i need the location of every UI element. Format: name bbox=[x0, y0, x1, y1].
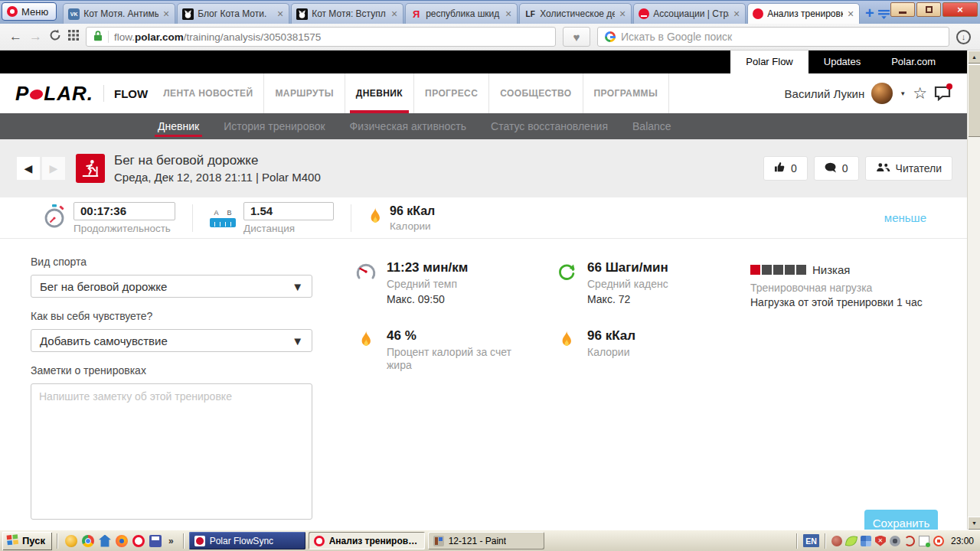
lock-icon bbox=[93, 30, 103, 44]
tab-close-icon[interactable]: × bbox=[276, 8, 284, 20]
save-button[interactable]: Сохранить bbox=[864, 510, 938, 530]
browser-tab[interactable]: Блог Кота Моти. × bbox=[177, 3, 289, 24]
taskbar-task-analysis[interactable]: Анализ тренировки - ... bbox=[309, 532, 425, 549]
load-description: Нагрузка от этой тренировки 1 час bbox=[750, 296, 942, 308]
feeling-select[interactable]: Добавить самочувствие ▼ bbox=[31, 329, 312, 352]
taskbar-task-paint[interactable]: 12-121 - Paint bbox=[428, 532, 544, 549]
opera-quicklaunch-icon[interactable] bbox=[132, 535, 145, 547]
speed-dial-icon[interactable] bbox=[68, 30, 79, 44]
tab-close-icon[interactable]: × bbox=[390, 8, 398, 20]
tab-close-icon[interactable]: × bbox=[619, 8, 626, 20]
download-icon[interactable]: ↓ bbox=[956, 30, 971, 44]
firefox-quicklaunch-icon[interactable] bbox=[116, 535, 128, 547]
browser-tab-active[interactable]: Анализ тренировк × bbox=[747, 3, 860, 24]
back-icon[interactable]: ← bbox=[9, 29, 22, 44]
notes-textarea[interactable] bbox=[31, 383, 312, 520]
tab-close-icon[interactable]: × bbox=[162, 8, 170, 20]
language-indicator[interactable]: EN bbox=[803, 534, 819, 547]
subnav-diary[interactable]: Дневник bbox=[145, 113, 211, 139]
browser-tab[interactable]: Ассоциации | Стра × bbox=[633, 3, 746, 24]
browser-tab[interactable]: Кот Мотя: Вступл × bbox=[291, 3, 403, 24]
screen: Меню VK Кот Мотя. Антимы × Блог Кота Мот… bbox=[0, 0, 980, 551]
previous-session-button[interactable]: ◀ bbox=[17, 157, 40, 180]
speedometer-icon bbox=[354, 260, 378, 305]
subnav-activity[interactable]: Физическая активность bbox=[338, 113, 479, 139]
metric-label: Средний темп bbox=[387, 278, 468, 292]
sport-select[interactable]: Бег на беговой дорожке ▼ bbox=[31, 275, 312, 298]
nav-item-progress[interactable]: ПРОГРЕСС bbox=[414, 73, 489, 113]
scroll-down-icon[interactable]: ▼ bbox=[968, 517, 980, 530]
duration-input[interactable] bbox=[74, 202, 175, 220]
opera-icon bbox=[314, 536, 325, 546]
tab-close-icon[interactable]: × bbox=[505, 8, 512, 20]
maximize-button[interactable] bbox=[916, 2, 941, 17]
google-search-field[interactable] bbox=[597, 27, 949, 47]
red-app-tray-icon[interactable] bbox=[831, 536, 842, 546]
like-count: 0 bbox=[791, 162, 797, 174]
browser-tab[interactable]: Я республика шкид × bbox=[405, 3, 518, 24]
bookmark-heart-button[interactable]: ♥ bbox=[563, 27, 590, 47]
topbar-link-updates[interactable]: Updates bbox=[808, 51, 876, 73]
scrollbar-thumb[interactable] bbox=[968, 64, 980, 137]
mail-check-tray-icon[interactable] bbox=[919, 536, 929, 546]
followers-button[interactable]: Читатели bbox=[865, 156, 952, 181]
sport-select-value: Бег на беговой дорожке bbox=[40, 280, 167, 293]
browser-menu-button[interactable]: Меню bbox=[2, 2, 57, 21]
nav-item-programs[interactable]: ПРОГРАММЫ bbox=[583, 73, 670, 113]
system-tray: EN ✕ 23:00 bbox=[791, 533, 978, 549]
forward-icon[interactable]: → bbox=[29, 29, 42, 44]
distance-input[interactable] bbox=[243, 202, 334, 220]
floppy-quicklaunch-icon[interactable] bbox=[149, 535, 162, 547]
quick-launch-overflow[interactable]: » bbox=[166, 536, 176, 546]
like-button[interactable]: 0 bbox=[763, 156, 808, 181]
browser-tab[interactable]: VK Кот Мотя. Антимы × bbox=[63, 3, 175, 24]
metric-calories-text: 96 кКал Калории bbox=[587, 328, 635, 373]
red-swirl-tray-icon[interactable] bbox=[904, 536, 915, 546]
home-app-quicklaunch-icon[interactable] bbox=[99, 535, 111, 547]
polar-logo[interactable]: PLAR. bbox=[15, 82, 93, 106]
nav-item-feed[interactable]: ЛЕНТА НОВОСТЕЙ bbox=[152, 73, 264, 113]
page-scrollbar[interactable]: ▲ ▼ bbox=[967, 51, 980, 530]
new-tab-button[interactable]: + bbox=[863, 4, 877, 24]
notification-dot bbox=[946, 83, 952, 90]
yellow-app-quicklaunch-icon[interactable] bbox=[65, 535, 77, 547]
taskbar-task-flowsync[interactable]: Polar FlowSync bbox=[189, 532, 305, 549]
less-link[interactable]: меньше bbox=[884, 211, 926, 224]
shield-alert-tray-icon[interactable]: ✕ bbox=[875, 536, 886, 546]
close-button[interactable]: × bbox=[942, 2, 978, 17]
leaf-tray-icon[interactable] bbox=[845, 534, 858, 546]
comment-button[interactable]: 0 bbox=[814, 156, 859, 181]
nav-item-routes[interactable]: МАРШРУТЫ bbox=[264, 73, 345, 113]
calories-value: 96 кКал bbox=[390, 204, 435, 218]
favorites-star-icon[interactable]: ☆ bbox=[913, 84, 927, 103]
menu-button-label: Меню bbox=[21, 6, 48, 18]
nav-item-diary[interactable]: ДНЕВНИК bbox=[345, 73, 414, 113]
next-session-button[interactable]: ▶ bbox=[42, 157, 65, 180]
url-text: flow.polar.com/training/analysis/3050381… bbox=[114, 31, 321, 43]
target-tray-icon[interactable] bbox=[933, 536, 944, 546]
flame-icon bbox=[554, 328, 579, 373]
minimize-button[interactable] bbox=[890, 2, 915, 17]
user-name[interactable]: Василий Лукин bbox=[785, 87, 865, 100]
avatar[interactable] bbox=[871, 83, 893, 104]
subnav-training-history[interactable]: История тренировок bbox=[211, 113, 337, 139]
tab-menu-icon[interactable] bbox=[878, 4, 890, 24]
topbar-link-polar-flow[interactable]: Polar Flow bbox=[730, 51, 808, 73]
topbar-link-polar-com[interactable]: Polar.com bbox=[876, 51, 951, 73]
reload-icon[interactable] bbox=[49, 29, 61, 44]
browser-tab[interactable]: LF Холистическое де × bbox=[519, 3, 632, 24]
puzzle-tray-icon[interactable] bbox=[861, 536, 871, 546]
tab-close-icon[interactable]: × bbox=[733, 8, 740, 20]
chevron-down-icon[interactable]: ▼ bbox=[900, 90, 906, 97]
camera-tray-icon[interactable] bbox=[890, 536, 900, 546]
notifications-icon[interactable] bbox=[934, 86, 951, 101]
scroll-up-icon[interactable]: ▲ bbox=[968, 51, 980, 64]
chrome-quicklaunch-icon[interactable] bbox=[82, 535, 94, 547]
tab-close-icon[interactable]: × bbox=[847, 8, 854, 20]
subnav-balance[interactable]: Balance bbox=[620, 113, 684, 139]
subnav-recovery-status[interactable]: Статус восстановления bbox=[479, 113, 620, 139]
url-field[interactable]: flow.polar.com/training/analysis/3050381… bbox=[86, 27, 556, 47]
start-button[interactable]: Пуск bbox=[2, 532, 52, 550]
nav-item-community[interactable]: СООБЩЕСТВО bbox=[489, 73, 583, 113]
search-input[interactable] bbox=[621, 31, 942, 43]
